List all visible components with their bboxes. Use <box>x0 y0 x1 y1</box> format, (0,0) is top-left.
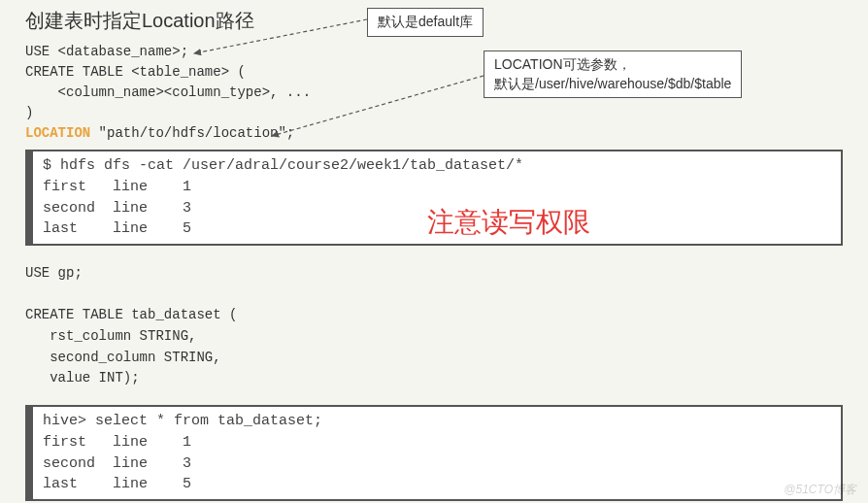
anno2-line1: LOCATION可选参数， <box>494 56 631 72</box>
code-l3: <column_name><column_type>, ... <box>25 84 311 100</box>
code-l1: USE <database_name>; <box>25 44 188 59</box>
code-l5-rest: "path/to/hdfs/location"; <box>90 125 294 141</box>
hive-select-output: hive> select * from tab_dataset; first l… <box>25 405 843 501</box>
code-l4: ) <box>25 105 33 120</box>
annotation-location-param: LOCATION可选参数， 默认是/user/hive/warehouse/$d… <box>484 50 742 98</box>
location-keyword: LOCATION <box>25 125 90 141</box>
warning-read-write: 注意读写权限 <box>427 204 590 241</box>
watermark: @51CTO博客 <box>784 482 856 498</box>
annotation-default-db: 默认是default库 <box>367 8 484 37</box>
code-l2: CREATE TABLE <table_name> ( <box>25 64 246 80</box>
sql-use-create-code: USE gp; CREATE TABLE tab_dataset ( rst_c… <box>0 252 868 399</box>
anno2-line2: 默认是/user/hive/warehouse/$db/$table <box>494 76 731 91</box>
